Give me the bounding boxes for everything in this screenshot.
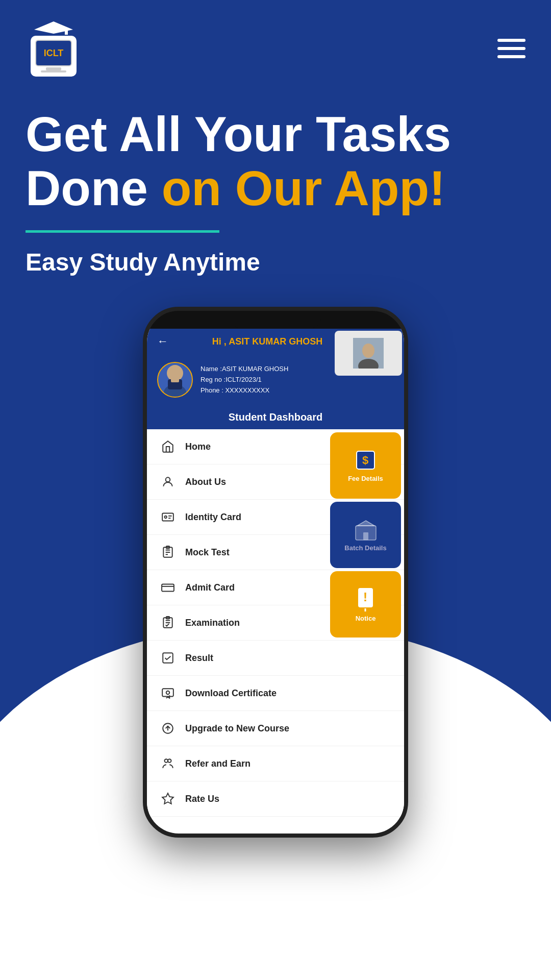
notice-icon: ! [354, 587, 377, 611]
greeting-text: Hi , ASIT KUMAR GHOSH [212, 336, 322, 347]
svg-rect-11 [162, 513, 173, 521]
svg-rect-27 [162, 689, 173, 697]
batch-details-card[interactable]: Batch Details [330, 502, 401, 568]
menu-section: Home About Us Identity Car [147, 429, 404, 817]
batch-details-label: Batch Details [344, 544, 386, 552]
svg-point-4 [168, 366, 182, 380]
menu-item-result[interactable]: Result [147, 641, 404, 676]
hero-title: Get All Your Tasks Done on Our App! [26, 107, 525, 215]
batch-icon [353, 518, 379, 541]
menu-item-rate[interactable]: Rate Us [147, 781, 404, 817]
back-arrow-icon[interactable]: ← [157, 335, 168, 348]
svg-text:!: ! [363, 590, 367, 604]
refer-icon [160, 755, 176, 772]
menu-home-label: Home [185, 442, 211, 452]
svg-rect-40 [363, 532, 368, 540]
menu-refer-label: Refer and Earn [185, 758, 251, 769]
logo: ICLT [26, 20, 82, 77]
svg-rect-26 [163, 653, 173, 663]
notice-label: Notice [356, 615, 376, 622]
fee-details-label: Fee Details [348, 475, 383, 482]
star-icon [160, 791, 176, 807]
svg-rect-6 [171, 378, 179, 382]
admit-card-icon [160, 579, 176, 596]
svg-point-8 [362, 344, 374, 358]
fee-icon: $ [354, 449, 377, 472]
svg-marker-39 [357, 521, 374, 526]
hero-subtitle: Easy Study Anytime [26, 248, 525, 276]
certificate-icon [160, 685, 176, 701]
menu-about-label: About Us [185, 477, 226, 487]
hero-section: Get All Your Tasks Done on Our App! Easy… [0, 87, 551, 276]
side-cards-panel: $ Fee Details Batch Details [330, 429, 404, 641]
menu-mock-label: Mock Test [185, 547, 230, 558]
phone-mockup-area: ← Hi , ASIT KUMAR GHOSH 🔔 ➔ [0, 307, 551, 838]
svg-point-34 [168, 760, 171, 763]
menu-item-refer[interactable]: Refer and Earn [147, 746, 404, 781]
svg-rect-1 [65, 30, 68, 35]
svg-point-10 [166, 478, 170, 482]
avatar-illustration [160, 362, 190, 398]
student-avatar [157, 362, 193, 398]
fee-details-card[interactable]: $ Fee Details [330, 432, 401, 499]
menu-certificate-label: Download Certificate [185, 688, 277, 699]
user-icon [160, 474, 176, 490]
hamburger-menu-button[interactable] [497, 39, 525, 58]
svg-point-33 [165, 760, 168, 763]
phone-notch [230, 311, 321, 329]
phone-screen: ← Hi , ASIT KUMAR GHOSH 🔔 ➔ [147, 329, 404, 834]
student-reg: Reg no :ICLT/2023/1 [201, 375, 288, 385]
notice-card[interactable]: ! Notice [330, 571, 401, 638]
menu-rate-label: Rate Us [185, 794, 219, 804]
app-header: ICLT [0, 0, 551, 87]
side-image [353, 338, 384, 369]
menu-admit-label: Admit Card [185, 582, 235, 593]
student-name: Name :ASIT KUMAR GHOSH [201, 364, 288, 375]
menu-item-certificate[interactable]: Download Certificate [147, 676, 404, 711]
menu-result-label: Result [185, 653, 213, 664]
phone-device: ← Hi , ASIT KUMAR GHOSH 🔔 ➔ [143, 307, 408, 838]
svg-point-28 [166, 691, 170, 695]
student-phone: Phone : XXXXXXXXXX [201, 385, 288, 396]
student-details: Name :ASIT KUMAR GHOSH Reg no :ICLT/2023… [201, 364, 288, 396]
clipboard-icon [160, 544, 176, 560]
menu-exam-label: Examination [185, 618, 240, 628]
exam-icon [160, 615, 176, 631]
result-icon [160, 650, 176, 666]
svg-rect-20 [162, 584, 174, 592]
menu-upgrade-label: Upgrade to New Course [185, 723, 289, 734]
svg-point-12 [165, 516, 167, 518]
id-card-icon [160, 509, 176, 525]
hero-divider [26, 230, 219, 233]
student-info-card: Name :ASIT KUMAR GHOSH Reg no :ICLT/2023… [147, 354, 404, 405]
menu-identity-label: Identity Card [185, 512, 241, 523]
upgrade-icon [160, 720, 176, 737]
menu-item-upgrade[interactable]: Upgrade to New Course [147, 711, 404, 746]
svg-text:$: $ [362, 454, 368, 467]
svg-marker-35 [162, 793, 173, 804]
home-icon [160, 438, 176, 455]
